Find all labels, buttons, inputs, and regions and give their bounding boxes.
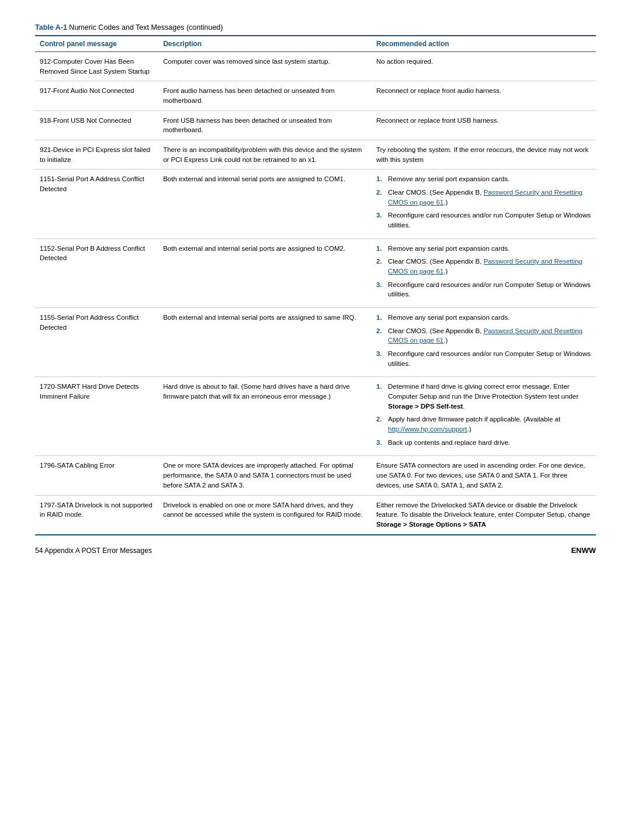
table-row: 917-Front Audio Not ConnectedFront audio… <box>35 81 596 110</box>
table-row: 918-Front USB Not ConnectedFront USB har… <box>35 110 596 140</box>
control-cell: 1151-Serial Port A Address Conflict Dete… <box>35 170 158 238</box>
col-header-action: Recommended action <box>372 36 596 52</box>
table-row: 1796-SATA Cabling ErrorOne or more SATA … <box>35 456 596 495</box>
table-row: 1720-SMART Hard Drive Detects Imminent F… <box>35 377 596 456</box>
list-item: 2.Clear CMOS. (See Appendix B, Password … <box>376 326 591 345</box>
control-cell: 917-Front Audio Not Connected <box>35 81 158 110</box>
description-cell: Both external and internal serial ports … <box>158 308 372 377</box>
list-item: 2.Clear CMOS. (See Appendix B, Password … <box>376 257 591 276</box>
table-row: 1797-SATA Drivelock is not supported in … <box>35 495 596 535</box>
control-cell: 1797-SATA Drivelock is not supported in … <box>35 495 158 535</box>
list-item: 1.Remove any serial port expansion cards… <box>376 313 591 323</box>
table-row: 912-Computer Cover Has Been Removed Sinc… <box>35 52 596 81</box>
footer-left: 54 Appendix A POST Error Messages <box>35 547 152 555</box>
control-cell: 1152-Serial Port B Address Conflict Dete… <box>35 238 158 307</box>
col-header-control: Control panel message <box>35 36 158 52</box>
list-item: 1.Remove any serial port expansion cards… <box>376 174 591 184</box>
action-cell: 1.Determine if hard drive is giving corr… <box>372 377 596 456</box>
description-cell: Both external and internal serial ports … <box>158 238 372 307</box>
description-cell: Front USB harness has been detached or u… <box>158 110 372 140</box>
control-cell: 912-Computer Cover Has Been Removed Sinc… <box>35 52 158 81</box>
table-title-text: Numeric Codes and Text Messages (continu… <box>69 23 223 32</box>
action-cell: Try rebooting the system. If the error r… <box>372 140 596 170</box>
control-cell: 1720-SMART Hard Drive Detects Imminent F… <box>35 377 158 456</box>
action-cell: Reconnect or replace front USB harness. <box>372 110 596 140</box>
table-label: Table A-1 <box>35 23 67 32</box>
table-row: 1152-Serial Port B Address Conflict Dete… <box>35 238 596 307</box>
action-cell: 1.Remove any serial port expansion cards… <box>372 308 596 377</box>
control-cell: 1796-SATA Cabling Error <box>35 456 158 495</box>
list-item: 2.Clear CMOS. (See Appendix B, Password … <box>376 188 591 207</box>
description-cell: Drivelock is enabled on one or more SATA… <box>158 495 372 535</box>
table-row: 1155-Serial Port Address Conflict Detect… <box>35 308 596 377</box>
action-cell: Ensure SATA connectors are used in ascen… <box>372 456 596 495</box>
list-item: 1.Remove any serial port expansion cards… <box>376 244 591 254</box>
action-cell: 1.Remove any serial port expansion cards… <box>372 238 596 307</box>
description-cell: Hard drive is about to fail. (Some hard … <box>158 377 372 456</box>
page-footer: 54 Appendix A POST Error Messages ENWW <box>35 546 596 555</box>
col-header-description: Description <box>158 36 372 52</box>
action-cell: Either remove the Drivelocked SATA devic… <box>372 495 596 535</box>
list-item: 2.Apply hard drive firmware patch if app… <box>376 414 591 434</box>
action-link[interactable]: Password Security and Resetting CMOS on … <box>388 189 583 206</box>
action-link[interactable]: Password Security and Resetting CMOS on … <box>388 258 583 275</box>
control-cell: 921-Device in PCI Express slot failed to… <box>35 140 158 170</box>
table-row: 1151-Serial Port A Address Conflict Dete… <box>35 170 596 238</box>
action-link[interactable]: Password Security and Resetting CMOS on … <box>388 327 583 344</box>
description-cell: There is an incompatibility/problem with… <box>158 140 372 170</box>
action-cell: No action required. <box>372 52 596 81</box>
footer-right: ENWW <box>571 546 596 555</box>
list-item: 3.Reconfigure card resources and/or run … <box>376 349 591 368</box>
table-header-row: Control panel message Description Recomm… <box>35 36 596 52</box>
list-item: 3.Reconfigure card resources and/or run … <box>376 280 591 299</box>
table-row: 921-Device in PCI Express slot failed to… <box>35 140 596 170</box>
control-cell: 918-Front USB Not Connected <box>35 110 158 140</box>
table-title: Table A-1 Numeric Codes and Text Message… <box>35 23 596 32</box>
action-cell: 1.Remove any serial port expansion cards… <box>372 170 596 238</box>
control-cell: 1155-Serial Port Address Conflict Detect… <box>35 308 158 377</box>
main-table: Control panel message Description Recomm… <box>35 35 596 535</box>
description-cell: Computer cover was removed since last sy… <box>158 52 372 81</box>
description-cell: Both external and internal serial ports … <box>158 170 372 238</box>
list-item: 3.Reconfigure card resources and/or run … <box>376 210 591 230</box>
description-cell: One or more SATA devices are improperly … <box>158 456 372 495</box>
action-link[interactable]: http://www.hp.com/support <box>388 426 467 433</box>
action-cell: Reconnect or replace front audio harness… <box>372 81 596 110</box>
description-cell: Front audio harness has been detached or… <box>158 81 372 110</box>
list-item: 1.Determine if hard drive is giving corr… <box>376 382 591 411</box>
list-item: 3.Back up contents and replace hard driv… <box>376 438 591 448</box>
